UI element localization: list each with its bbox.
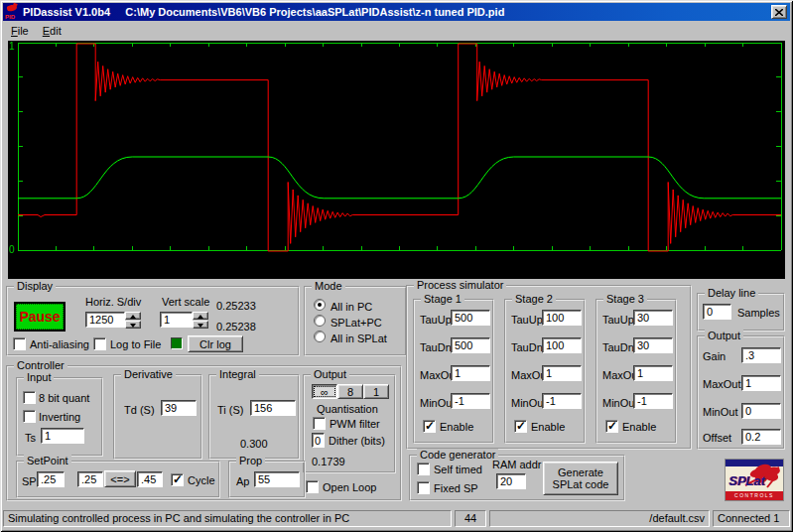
output-inf-button[interactable]: ∞ (312, 384, 337, 399)
splat-icon (6, 4, 17, 12)
stage3-minout-input[interactable]: -1 (633, 393, 673, 409)
derivative-group: Derivative Td (S) 39 (113, 374, 202, 460)
app-icon: PID (5, 5, 20, 20)
output-readout: 0.1739 (312, 456, 345, 467)
stage1-maxout-input[interactable]: 1 (451, 365, 490, 381)
tauup-label: TauUp (602, 314, 634, 326)
sp-from-input[interactable]: .25 (77, 471, 103, 487)
gain-input[interactable]: .3 (741, 347, 781, 363)
tauup-label: TauUp (420, 314, 452, 326)
status-message: Simulating controlled process in PC and … (3, 510, 452, 527)
sp-swap-button[interactable]: <=> (104, 470, 136, 487)
ti-input[interactable]: 156 (250, 400, 296, 416)
dither-label: Dither (bits) (329, 435, 385, 447)
spin-up-button[interactable] (125, 312, 141, 320)
radio-splat-pc[interactable] (314, 315, 326, 327)
offset-input[interactable]: 0.2 (741, 429, 781, 445)
stage3-maxout-input[interactable]: 1 (633, 365, 673, 381)
splat-logo: SPLat CONTROLS (725, 459, 784, 501)
stage2-tauup-input[interactable]: 100 (542, 310, 582, 326)
mode-group-label: Mode (312, 280, 345, 292)
clr-log-button[interactable]: Clr log (188, 335, 243, 352)
generate-splat-code-button[interactable]: Generate SPLat code (543, 462, 618, 495)
ts-label: Ts (25, 432, 36, 444)
pause-button[interactable]: Pause (14, 302, 66, 332)
code-generator-label: Code generator (417, 449, 498, 461)
spin-up-button[interactable] (193, 312, 208, 320)
prop-group: Prop Ap 55 (228, 461, 306, 498)
spin-down-button[interactable] (193, 321, 208, 329)
ts-input[interactable]: 1 (41, 428, 84, 444)
open-loop-checkbox[interactable] (306, 480, 319, 493)
readout-top: 0.25233 (216, 300, 256, 312)
ap-input[interactable]: 55 (254, 471, 300, 487)
anti-aliasing-checkbox[interactable] (13, 337, 26, 350)
sp-to-input[interactable]: .45 (137, 471, 163, 487)
stage1-taudn-input[interactable]: 500 (451, 337, 490, 353)
output-group: Output Gain .3 MaxOut 1 MinOut 0 Offset … (697, 335, 785, 450)
stage2-maxout-input[interactable]: 1 (542, 365, 582, 381)
sp-label: SP (22, 475, 37, 487)
8bit-quant-checkbox[interactable] (23, 391, 36, 404)
arrow-down-icon (130, 324, 136, 328)
menu-edit[interactable]: Edit (37, 23, 67, 39)
close-button[interactable] (771, 5, 787, 19)
fixed-sp-checkbox[interactable] (417, 481, 430, 494)
stage2-minout-input[interactable]: -1 (542, 393, 582, 409)
self-timed-label: Self timed (434, 464, 482, 475)
stage2-enable-checkbox[interactable] (514, 420, 527, 433)
taudn-label: TauDn (420, 341, 452, 353)
readout-bottom: 0.25238 (216, 321, 256, 332)
stage1-tauup-input[interactable]: 500 (451, 310, 490, 326)
stage1-minout-input[interactable]: -1 (451, 393, 490, 409)
open-loop-label: Open Loop (323, 481, 376, 493)
svg-text:0: 0 (9, 244, 15, 255)
ram-addr-input[interactable]: 20 (496, 473, 526, 489)
self-timed-checkbox[interactable] (417, 463, 430, 475)
prop-group-label: Prop (236, 455, 265, 466)
radio-all-in-splat[interactable] (314, 331, 326, 342)
controller-group: Controller Input 8 bit quant Inverting T… (6, 365, 402, 501)
sp-input[interactable]: .25 (37, 471, 65, 487)
output-8-button[interactable]: 8 (337, 384, 363, 399)
display-group-label: Display (14, 280, 56, 292)
output-group-label: Output (705, 330, 743, 341)
vert-scale-input[interactable]: 1 (160, 312, 193, 328)
cycle-checkbox[interactable] (171, 473, 184, 486)
delay-samples-input[interactable]: 0 (703, 304, 731, 320)
pwm-filter-label: PWM filter (330, 418, 380, 430)
stage1-enable-checkbox[interactable] (423, 420, 436, 433)
horiz-sdiv-spinner (125, 312, 141, 329)
quantisation-label: Quantisation (317, 403, 378, 415)
svg-text:1: 1 (9, 41, 15, 52)
dither-input[interactable]: 0 (312, 433, 325, 448)
stage2-taudn-input[interactable]: 100 (542, 337, 582, 353)
stage3-taudn-input[interactable]: 30 (633, 337, 673, 353)
stage2-label: Stage 2 (512, 293, 556, 305)
inverting-checkbox[interactable] (23, 410, 36, 423)
fixed-sp-label: Fixed SP (434, 482, 478, 494)
status-count: 44 (455, 510, 486, 527)
horiz-sdiv-input[interactable]: 1250 (85, 312, 125, 328)
scope-plot: 10 (8, 41, 785, 279)
controller-output-group: Output ∞ 8 1 Quantisation PWM filter 0 D… (303, 374, 396, 473)
td-input[interactable]: 39 (161, 400, 197, 416)
spin-down-button[interactable] (125, 321, 141, 329)
menu-file[interactable]: File (5, 23, 35, 39)
output-1-button[interactable]: 1 (363, 384, 389, 399)
stage3-tauup-input[interactable]: 30 (633, 310, 673, 326)
minout-input[interactable]: 0 (741, 403, 781, 419)
maxout-input[interactable]: 1 (741, 375, 781, 391)
ap-label: Ap (236, 475, 249, 487)
stage1-group: Stage 1 TauUp 500 TauDn 500 MaxOut 1 Min… (413, 299, 494, 444)
status-file: /default.csv (489, 510, 710, 527)
radio-all-in-pc[interactable] (314, 299, 326, 311)
taudn-label: TauDn (602, 341, 634, 353)
integral-group: Integral Ti (S) 156 0.300 (208, 374, 300, 460)
taudn-label: TauDn (511, 341, 543, 353)
enable-label: Enable (622, 421, 656, 433)
stage3-enable-checkbox[interactable] (605, 420, 618, 433)
log-to-file-checkbox[interactable] (93, 337, 106, 350)
pwm-filter-checkbox[interactable] (313, 417, 326, 430)
log-to-file-label: Log to File (110, 338, 161, 350)
